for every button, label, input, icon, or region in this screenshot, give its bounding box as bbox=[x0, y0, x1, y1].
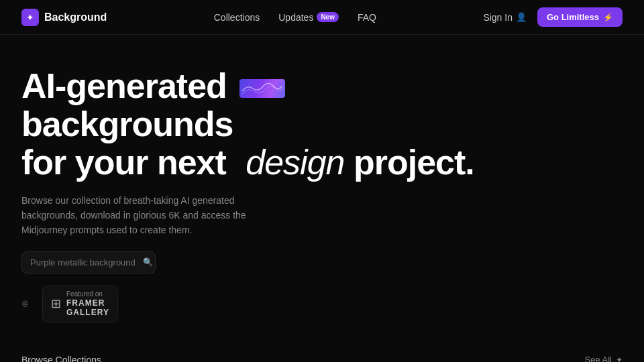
user-icon: 👤 bbox=[516, 12, 527, 22]
framer-icon: ⊞ bbox=[51, 296, 61, 311]
award-badge: 🏵 bbox=[21, 300, 29, 308]
hero-section: AI-generated backgrounds for your next d… bbox=[0, 35, 644, 339]
header: ✦ Background Collections Updates New FAQ… bbox=[0, 0, 644, 35]
see-all-button[interactable]: See All ✦ bbox=[585, 355, 623, 362]
collections-title: Browse Collections bbox=[21, 355, 101, 362]
lightning-icon: ⚡ bbox=[603, 13, 613, 22]
badge-new: New bbox=[317, 12, 339, 22]
wave-decoration bbox=[239, 79, 285, 98]
sign-in-button[interactable]: Sign In 👤 bbox=[483, 12, 527, 23]
see-all-icon: ✦ bbox=[616, 355, 623, 362]
logo[interactable]: ✦ Background bbox=[21, 9, 107, 26]
collections-header: Browse Collections See All ✦ bbox=[21, 355, 623, 362]
logo-text: Background bbox=[44, 11, 107, 23]
main-nav: Collections Updates New FAQ bbox=[214, 12, 376, 23]
collections-section: Browse Collections See All ✦ Fusion 12 B… bbox=[0, 355, 644, 362]
go-limitless-button[interactable]: Go Limitless ⚡ bbox=[537, 7, 623, 27]
search-icon: 🔍 bbox=[143, 257, 153, 267]
badges-row: 🏵 ⊞ Featured on FRAMERGALLERY bbox=[21, 286, 623, 322]
hero-design-word: design bbox=[246, 143, 344, 182]
nav-updates[interactable]: Updates New bbox=[278, 12, 339, 23]
nav-actions: Sign In 👤 Go Limitless ⚡ bbox=[483, 7, 623, 27]
search-bar[interactable]: 🔍 bbox=[21, 251, 156, 274]
hero-title: AI-generated backgrounds for your next d… bbox=[21, 67, 491, 182]
framer-text: Featured on FRAMERGALLERY bbox=[66, 290, 109, 318]
nav-collections[interactable]: Collections bbox=[214, 12, 260, 23]
logo-icon: ✦ bbox=[21, 9, 39, 26]
search-input[interactable] bbox=[30, 257, 143, 267]
framer-badge[interactable]: ⊞ Featured on FRAMERGALLERY bbox=[42, 286, 118, 322]
hero-subtitle: Browse our collection of breath-taking A… bbox=[21, 193, 276, 238]
nav-faq[interactable]: FAQ bbox=[358, 12, 376, 23]
